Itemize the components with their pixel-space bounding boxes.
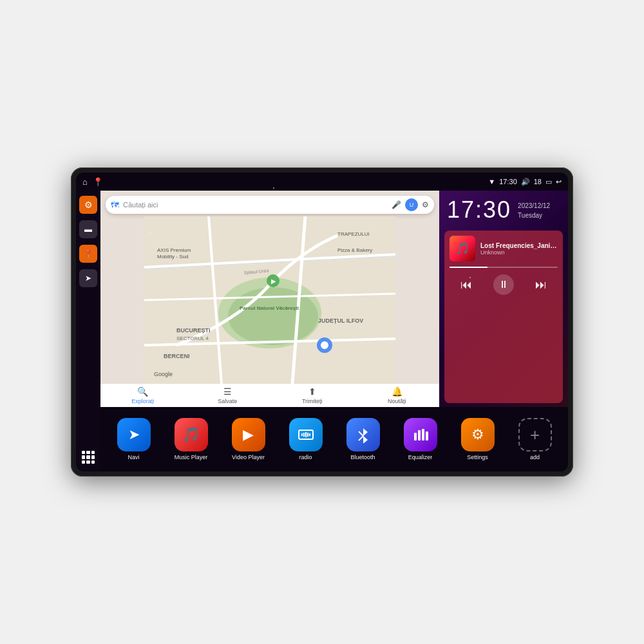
saved-icon: ☰: [223, 386, 232, 397]
app-grid-button[interactable]: [79, 448, 97, 466]
map-nav-share[interactable]: ⬆ Trimiteți: [270, 386, 355, 404]
clock-day: Tuesday: [518, 211, 550, 220]
app-radio[interactable]: radio: [279, 418, 332, 460]
app-add[interactable]: + add: [508, 418, 562, 460]
add-label: add: [530, 454, 540, 460]
news-label: Noutăți: [388, 398, 406, 404]
grid-dot: [91, 460, 95, 464]
music-player-label: Music Player: [175, 454, 208, 460]
map-icon[interactable]: 📍: [93, 177, 103, 187]
settings-app-icon: ⚙: [461, 418, 495, 451]
news-icon: 🔔: [392, 386, 402, 397]
back-icon[interactable]: ↩: [556, 178, 562, 186]
svg-text:TRAPEZULUI: TRAPEZULUI: [337, 231, 370, 237]
clock-date-value: 2023/12/12: [518, 201, 550, 211]
video-player-icon: ▶: [232, 418, 265, 451]
status-bar: ⌂ 📍 ▼ 17:30 🔊 18 ▭ ↩: [76, 173, 568, 191]
bluetooth-icon: [346, 418, 380, 451]
grid-dot: [91, 451, 95, 454]
status-time: 17:30: [499, 178, 517, 185]
explore-icon: 🔍: [137, 386, 148, 397]
map-container[interactable]: 🗺 Căutați aici 🎤 U ⚙: [100, 191, 439, 407]
content-area: 🗺 Căutați aici 🎤 U ⚙: [100, 191, 568, 471]
map-content: AXIS Premium Mobility - Sud Pizza & Bake…: [100, 216, 439, 384]
radio-icon: [289, 418, 323, 451]
battery-icon: ▭: [545, 178, 552, 186]
sidebar-files-button[interactable]: ▬: [79, 220, 97, 238]
app-navi[interactable]: ➤ Navi: [107, 418, 160, 460]
svg-rect-32: [414, 433, 417, 440]
svg-point-20: [321, 341, 328, 349]
share-label: Trimiteți: [302, 398, 323, 404]
svg-rect-35: [426, 431, 428, 440]
grid-dot: [82, 455, 85, 459]
device-frame: ⌂ 📍 ▼ 17:30 🔊 18 ▭ ↩ ⚙ ▬: [71, 167, 573, 477]
navi-icon: ➤: [117, 418, 151, 451]
svg-text:BERCENI: BERCENI: [164, 353, 190, 359]
saved-label: Salvate: [218, 398, 237, 404]
track-name: Lost Frequencies_Janie...: [480, 242, 558, 249]
track-text: Lost Frequencies_Janie... Unknown: [480, 242, 558, 256]
map-search-input[interactable]: Căutați aici: [123, 201, 388, 209]
left-sidebar: ⚙ ▬ 📍 ➤: [76, 191, 100, 471]
music-track-info: 🎵 Lost Frequencies_Janie... Unknown: [450, 236, 558, 261]
app-equalizer[interactable]: Equalizer: [393, 418, 447, 460]
music-progress-bar[interactable]: [450, 267, 558, 268]
map-nav-news[interactable]: 🔔 Noutăți: [355, 386, 440, 404]
battery-level: 18: [534, 178, 542, 185]
svg-text:Google: Google: [154, 371, 173, 377]
map-nav-saved[interactable]: ☰ Salvate: [185, 386, 270, 404]
svg-text:SECTORUL 4: SECTORUL 4: [176, 336, 209, 341]
pause-button[interactable]: ⏸: [493, 274, 514, 295]
map-search-bar[interactable]: 🗺 Căutați aici 🎤 U ⚙: [106, 196, 434, 214]
next-track-button[interactable]: ⏭: [535, 278, 547, 292]
home-icon[interactable]: ⌂: [82, 177, 88, 187]
grid-dot: [82, 451, 85, 454]
arrow-icon: ➤: [85, 274, 91, 283]
add-app-icon: +: [518, 418, 552, 451]
album-art: 🎵: [450, 236, 475, 261]
app-bluetooth[interactable]: Bluetooth: [336, 418, 390, 460]
svg-text:Parcul Natural Văcărești: Parcul Natural Văcărești: [240, 305, 299, 311]
map-settings-icon[interactable]: ⚙: [422, 200, 429, 209]
map-nav-explore[interactable]: 🔍 Explorați: [100, 386, 185, 404]
prev-track-button[interactable]: ⏮: [460, 278, 472, 292]
settings-icon: ⚙: [84, 200, 93, 210]
svg-rect-34: [422, 429, 424, 440]
music-player-icon: 🎵: [175, 418, 208, 451]
explore-label: Explorați: [131, 398, 154, 404]
status-right: ▼ 17:30 🔊 18 ▭ ↩: [488, 178, 562, 186]
bluetooth-label: Bluetooth: [350, 454, 375, 460]
grid-dot: [86, 460, 90, 464]
svg-text:Pizza & Bakery: Pizza & Bakery: [337, 247, 372, 253]
user-avatar[interactable]: U: [405, 198, 418, 211]
sidebar-settings-button[interactable]: ⚙: [79, 196, 97, 214]
equalizer-label: Equalizer: [408, 454, 433, 460]
wifi-icon: ▼: [488, 178, 495, 185]
grid-dot: [86, 451, 90, 454]
app-video-player[interactable]: ▶ Video Player: [222, 418, 275, 460]
settings-label: Settings: [467, 454, 488, 460]
app-settings[interactable]: ⚙ Settings: [451, 418, 504, 460]
music-widget: 🎵 Lost Frequencies_Janie... Unknown: [444, 231, 563, 403]
app-dock: ➤ Navi 🎵 Music Player ▶ Vi: [100, 407, 568, 471]
grid-dot: [82, 460, 85, 464]
google-maps-icon: 🗺: [111, 200, 119, 210]
info-panel: 17:30 2023/12/12 Tuesday 🎵 Lost: [439, 191, 568, 407]
music-progress-fill: [450, 267, 488, 268]
svg-line-30: [359, 431, 363, 436]
main-area: ⚙ ▬ 📍 ➤: [76, 191, 568, 471]
svg-text:BUCUREȘTI: BUCUREȘTI: [176, 327, 211, 334]
files-icon: ▬: [84, 225, 92, 234]
clock-time: 17:30: [447, 198, 511, 222]
voice-search-icon[interactable]: 🎤: [392, 200, 401, 209]
app-music-player[interactable]: 🎵 Music Player: [164, 418, 218, 460]
map-bottom-nav: 🔍 Explorați ☰ Salvate ⬆ Trimiteți: [100, 384, 439, 407]
sidebar-navi-button[interactable]: ➤: [79, 269, 97, 287]
music-controls: ⏮ ⏸ ⏭: [450, 274, 558, 295]
radio-label: radio: [299, 454, 312, 460]
sidebar-map-button[interactable]: 📍: [79, 245, 97, 263]
volume-icon: 🔊: [521, 178, 530, 186]
top-section: 🗺 Căutați aici 🎤 U ⚙: [100, 191, 568, 407]
svg-text:▶: ▶: [271, 278, 276, 285]
